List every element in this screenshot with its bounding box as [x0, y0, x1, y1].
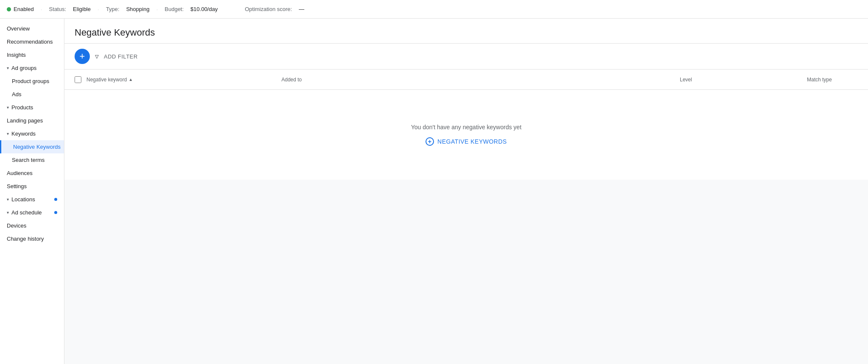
sidebar-label-change-history: Change history: [7, 236, 44, 242]
sidebar-label-insights: Insights: [7, 52, 26, 58]
empty-state: You don't have any negative keywords yet…: [64, 90, 868, 180]
sidebar-item-locations[interactable]: ▾Locations: [0, 193, 64, 206]
sidebar-label-search-terms: Search terms: [12, 157, 45, 163]
sidebar-label-audiences: Audiences: [7, 170, 33, 176]
empty-message: You don't have any negative keywords yet: [411, 124, 522, 131]
sidebar-label-ads: Ads: [12, 91, 21, 97]
chevron-icon: ▾: [7, 197, 9, 202]
col-label-added-to: Added to: [281, 77, 302, 83]
col-label-negative-keyword: Negative keyword: [86, 77, 127, 83]
sort-arrow-icon: ▲: [128, 77, 133, 82]
type-label: Type:: [106, 6, 120, 12]
sidebar-item-audiences[interactable]: Audiences: [0, 167, 64, 180]
sidebar-item-search-terms[interactable]: Search terms: [0, 153, 64, 167]
budget-value: $10.00/day: [190, 6, 217, 12]
col-header-negative-keyword[interactable]: Negative keyword ▲: [86, 77, 281, 83]
col-label-level: Level: [680, 77, 692, 83]
type-value: Shopping: [126, 6, 150, 12]
sidebar-label-locations: Locations: [11, 196, 35, 203]
col-header-match-type: Match type: [807, 77, 858, 83]
optimization-value: —: [299, 6, 304, 12]
add-button[interactable]: +: [75, 49, 90, 64]
sidebar-item-insights[interactable]: Insights: [0, 48, 64, 61]
table-container: Negative keyword ▲ Added to Level Match …: [64, 69, 868, 180]
status-label: Status:: [49, 6, 66, 12]
toolbar: + ▿ ADD FILTER: [64, 44, 868, 69]
status-enabled: Enabled: [7, 6, 34, 12]
sidebar-item-change-history[interactable]: Change history: [0, 232, 64, 245]
sidebar-item-ad-schedule[interactable]: ▾Ad schedule: [0, 206, 64, 219]
sidebar: OverviewRecommendationsInsights▾Ad group…: [0, 19, 64, 364]
sidebar-label-overview: Overview: [7, 25, 30, 32]
optimization-label: Optimization score:: [245, 6, 292, 12]
page-title: Negative Keywords: [75, 27, 858, 38]
col-header-added-to: Added to: [281, 77, 680, 83]
sidebar-item-product-groups[interactable]: Product groups: [0, 75, 64, 88]
chevron-icon: ▾: [7, 66, 9, 70]
sidebar-label-ad-schedule: Ad schedule: [11, 209, 42, 216]
sidebar-item-keywords[interactable]: ▾Keywords: [0, 127, 64, 140]
add-negative-keywords-link[interactable]: + NEGATIVE KEYWORDS: [426, 137, 507, 146]
sidebar-label-landing-pages: Landing pages: [7, 117, 43, 124]
sidebar-label-product-groups: Product groups: [12, 78, 49, 84]
filter-icon[interactable]: ▿: [95, 52, 99, 61]
page-header: Negative Keywords: [64, 19, 868, 44]
sidebar-item-devices[interactable]: Devices: [0, 219, 64, 232]
enabled-dot: [7, 7, 11, 11]
sidebar-label-ad-groups: Ad groups: [11, 65, 36, 71]
sidebar-label-recommendations: Recommendations: [7, 39, 53, 45]
sidebar-item-recommendations[interactable]: Recommendations: [0, 35, 64, 48]
status-value: Eligible: [73, 6, 91, 12]
sidebar-label-products: Products: [11, 104, 33, 111]
sidebar-label-settings: Settings: [7, 183, 27, 189]
sidebar-label-keywords: Keywords: [11, 131, 36, 137]
sidebar-item-settings[interactable]: Settings: [0, 180, 64, 193]
sidebar-item-ad-groups[interactable]: ▾Ad groups: [0, 61, 64, 75]
add-filter-button[interactable]: ADD FILTER: [104, 53, 138, 60]
main-layout: OverviewRecommendationsInsights▾Ad group…: [0, 19, 868, 364]
sidebar-item-products[interactable]: ▾Products: [0, 101, 64, 114]
sidebar-item-negative-keywords[interactable]: Negative Keywords: [0, 140, 64, 153]
chevron-icon: ▾: [7, 131, 9, 136]
notification-dot: [54, 211, 57, 214]
add-circle-icon: +: [426, 137, 434, 146]
empty-action-label: NEGATIVE KEYWORDS: [437, 138, 507, 145]
notification-dot: [54, 198, 57, 201]
table-header: Negative keyword ▲ Added to Level Match …: [64, 69, 868, 90]
enabled-label: Enabled: [14, 6, 34, 12]
budget-label: Budget:: [165, 6, 184, 12]
select-all-checkbox[interactable]: [75, 76, 81, 83]
col-header-level: Level: [680, 77, 807, 83]
col-label-match-type: Match type: [807, 77, 832, 83]
main-content: Negative Keywords + ▿ ADD FILTER Negativ…: [64, 19, 868, 364]
top-bar: Enabled · Status: Eligible · Type: Shopp…: [0, 0, 868, 19]
chevron-icon: ▾: [7, 210, 9, 215]
sidebar-item-landing-pages[interactable]: Landing pages: [0, 114, 64, 127]
sidebar-label-devices: Devices: [7, 222, 26, 229]
sidebar-item-ads[interactable]: Ads: [0, 88, 64, 101]
plus-icon: +: [80, 51, 85, 62]
chevron-icon: ▾: [7, 105, 9, 110]
sidebar-item-overview[interactable]: Overview: [0, 22, 64, 35]
sidebar-label-negative-keywords: Negative Keywords: [13, 144, 61, 150]
